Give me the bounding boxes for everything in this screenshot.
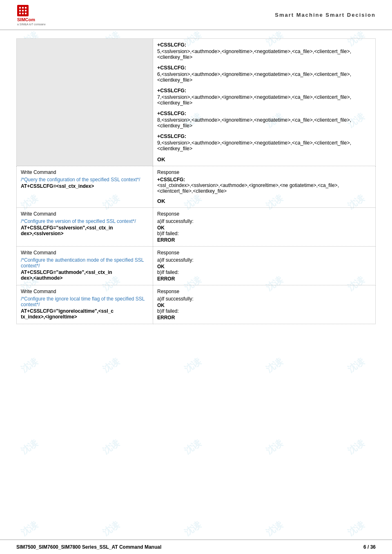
authmode-right-cell: Response a)If successfully: OK b)If fail… (153, 247, 376, 285)
query-right-cell: Response +CSSLCFG: <ssl_ctxindex>,<sslve… (153, 166, 376, 208)
sslversion-type-label: Write Command (21, 211, 149, 217)
authmode-a-label: a)If successfully: (157, 257, 371, 263)
page-header: SIMCom a SIM&A IoT company Smart Machine… (0, 0, 392, 30)
csslcfg-entry-5: +CSSLCFG: 5,<sslversion>,<authmode>,<ign… (157, 42, 371, 60)
page-footer: SIM7500_SIM7600_SIM7800 Series_SSL_AT Co… (0, 539, 392, 554)
ignorelocaltime-b-label: b)If failed: (157, 308, 371, 314)
empty-left-cell (17, 39, 153, 166)
svg-point-2 (22, 7, 24, 9)
query-type-label: Write Command (21, 169, 149, 175)
sslversion-comment: /*Configure the version of the specified… (21, 218, 149, 224)
csslcfg-label-6: +CSSLCFG: (157, 65, 371, 71)
authmode-command-row: Write Command /*Configure the authentica… (17, 247, 376, 285)
authmode-command-2: dex>,<authmode> (21, 275, 149, 281)
svg-point-9 (25, 13, 27, 14)
authmode-type-label: Write Command (21, 250, 149, 256)
csslcfg-label-9: +CSSLCFG: (157, 133, 371, 139)
sslversion-left-cell: Write Command /*Configure the version of… (17, 208, 153, 247)
query-response-label: Response (157, 169, 371, 175)
csslcfg-params-7: 7,<sslversion>,<authmode>,<ignoreltime>,… (157, 94, 371, 106)
query-left-cell: Write Command /*Query the configuration … (17, 166, 153, 208)
svg-text:a SIM&A IoT company: a SIM&A IoT company (17, 23, 46, 25)
ignorelocaltime-command-2: tx_index>,<ignoreltime> (21, 314, 149, 320)
simcom-logo: SIMCom a SIM&A IoT company (16, 4, 49, 25)
sslversion-ok: OK (157, 225, 371, 231)
csslcfg-entry-8: +CSSLCFG: 8,<sslversion>,<authmode>,<ign… (157, 111, 371, 129)
svg-point-1 (19, 7, 21, 9)
ok-label-top: OK (157, 156, 371, 162)
csslcfg-params-9: 9,<sslversion>,<authmode>,<ignoreltime>,… (157, 140, 371, 151)
csslcfg-entry-9: +CSSLCFG: 9,<sslversion>,<authmode>,<ign… (157, 133, 371, 151)
csslcfg-entry-7: +CSSLCFG: 7,<sslversion>,<authmode>,<ign… (157, 88, 371, 106)
sslversion-command-2: dex>,<sslversion> (21, 231, 149, 236)
ignorelocaltime-command-row: Write Command /*Configure the ignore loc… (17, 285, 376, 324)
csslcfg-label-7: +CSSLCFG: (157, 88, 371, 93)
csslcfg-params-8: 8,<sslversion>,<authmode>,<ignoreltime>,… (157, 117, 371, 129)
svg-point-5 (22, 10, 24, 11)
query-command: AT+CSSLCFG=<ssl_ctx_index> (21, 183, 149, 189)
ignorelocaltime-error: ERROR (157, 315, 371, 320)
sslversion-response-label: Response (157, 211, 371, 217)
authmode-response-label: Response (157, 250, 371, 256)
authmode-command-1: AT+CSSLCFG="authmode",<ssl_ctx_in (21, 269, 149, 275)
query-ok: OK (157, 198, 371, 204)
ignorelocaltime-response-label: Response (157, 289, 371, 294)
ignorelocaltime-right-cell: Response a)If successfully: OK b)If fail… (153, 285, 376, 324)
ignorelocaltime-command-1: AT+CSSLCFG="ignorelocaltime",<ssl_c (21, 308, 149, 314)
csslcfg-label-8: +CSSLCFG: (157, 111, 371, 116)
footer-page-number: 6 / 36 (363, 544, 376, 550)
svg-point-4 (19, 10, 21, 11)
sslversion-b-label: b)If failed: (157, 231, 371, 236)
csslcfg-params-5: 5,<sslversion>,<authmode>,<ignoreltime>,… (157, 49, 371, 60)
sslversion-a-label: a)If successfully: (157, 218, 371, 224)
doc-table: +CSSLCFG: 5,<sslversion>,<authmode>,<ign… (16, 38, 376, 324)
authmode-ok: OK (157, 264, 371, 269)
csslcfg-right-cell: +CSSLCFG: 5,<sslversion>,<authmode>,<ign… (153, 39, 376, 166)
query-command-row: Write Command /*Query the configuration … (17, 166, 376, 208)
ignorelocaltime-type-label: Write Command (21, 289, 149, 294)
sslversion-command-row: Write Command /*Configure the version of… (17, 208, 376, 247)
query-resp-code: +CSSLCFG: (157, 177, 371, 182)
csslcfg-list-row: +CSSLCFG: 5,<sslversion>,<authmode>,<ign… (17, 39, 376, 166)
svg-point-3 (25, 7, 27, 9)
main-content: +CSSLCFG: 5,<sslversion>,<authmode>,<ign… (0, 30, 392, 349)
authmode-b-label: b)If failed: (157, 269, 371, 275)
query-comment: /*Query the configuration of the specifi… (21, 177, 149, 182)
authmode-comment: /*Configure the authentication mode of t… (21, 257, 149, 269)
authmode-left-cell: Write Command /*Configure the authentica… (17, 247, 153, 285)
svg-point-8 (22, 13, 24, 14)
ignorelocaltime-comment: /*Configure the ignore local time flag o… (21, 296, 149, 307)
query-resp-params: <ssl_ctxindex>,<sslversion>,<authmode>,<… (157, 182, 371, 194)
ignorelocaltime-a-label: a)If successfully: (157, 296, 371, 302)
sslversion-command-1: AT+CSSLCFG="sslversion",<ssl_ctx_in (21, 225, 149, 231)
svg-text:SIMCom: SIMCom (17, 17, 35, 22)
csslcfg-entry-6: +CSSLCFG: 6,<sslversion>,<authmode>,<ign… (157, 65, 371, 83)
svg-point-7 (19, 13, 21, 14)
sslversion-right-cell: Response a)If successfully: OK b)If fail… (153, 208, 376, 247)
csslcfg-params-6: 6,<sslversion>,<authmode>,<ignoreltime>,… (157, 71, 371, 83)
ignorelocaltime-ok: OK (157, 303, 371, 308)
ignorelocaltime-left-cell: Write Command /*Configure the ignore loc… (17, 285, 153, 324)
csslcfg-label-5: +CSSLCFG: (157, 42, 371, 48)
sslversion-error: ERROR (157, 237, 371, 243)
header-tagline: Smart Machine Smart Decision (275, 12, 376, 18)
authmode-error: ERROR (157, 276, 371, 282)
svg-point-6 (25, 10, 27, 11)
logo-area: SIMCom a SIM&A IoT company (16, 4, 49, 25)
footer-doc-title: SIM7500_SIM7600_SIM7800 Series_SSL_AT Co… (16, 544, 161, 550)
